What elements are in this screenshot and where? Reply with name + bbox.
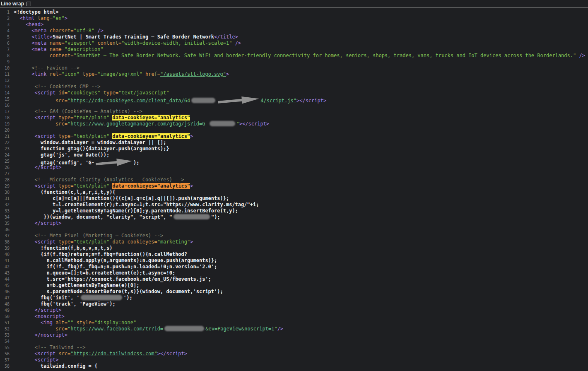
- source-line: 55 <!-- Tailwind -->: [0, 344, 588, 351]
- line-number: 44: [0, 276, 11, 282]
- token-link[interactable]: "/assets/stt-logo.svg": [160, 71, 226, 77]
- redaction-blur: [210, 121, 235, 126]
- code-text: t=l.createElement(r);t.async=1;t.src="ht…: [14, 202, 259, 208]
- token-comment: <!-- Microsoft Clarity (Analytics – Cook…: [14, 177, 184, 183]
- code-text: </script>: [14, 164, 62, 171]
- code-text: <!-- CookieYes CMP -->: [14, 84, 101, 90]
- source-line: 34 })(window, document, "clarity", "scri…: [0, 214, 588, 220]
- token-link[interactable]: "https://cdn-cookieyes.com/client_data/6…: [67, 98, 190, 104]
- token-attr-value: "text/javascript": [118, 90, 169, 96]
- code-text: <title>SmartNet | Smart Trades Training …: [14, 34, 238, 40]
- source-line: 1<!doctype html>: [0, 9, 588, 15]
- source-line: 20: [0, 127, 588, 133]
- code-text: src="https://cdn-cookieyes.com/client_da…: [14, 96, 326, 102]
- token-plain: })(window, document, "clarity", "script"…: [14, 214, 172, 220]
- token-attr-name: href=: [142, 71, 160, 77]
- token-plain: y=l.getElementsByTagName(r)[0];y.parentN…: [14, 208, 238, 214]
- token-tag: <script: [14, 90, 58, 96]
- redaction-blur: [81, 295, 122, 300]
- token-plain: n.queue=[];t=b.createElement(e);t.async=…: [14, 270, 175, 276]
- token-link[interactable]: ": [236, 121, 239, 127]
- token-plain: t=l.createElement(r);t.async=1;t.src="ht…: [14, 202, 259, 207]
- search-match-highlight: data-cookieyes="analytics": [112, 133, 190, 139]
- token-attr-value: "description": [65, 46, 104, 52]
- token-plain: (function(c,l,a,r,i,t,y){: [14, 189, 116, 195]
- token-tag: >: [226, 71, 229, 77]
- code-text: if(!f._fbq)f._fbq=n;n.push=n;n.loaded=!0…: [14, 264, 217, 270]
- code-text: <!-- Microsoft Clarity (Analytics – Cook…: [14, 177, 184, 183]
- line-number: 11: [0, 71, 11, 77]
- token-tag: >: [65, 15, 67, 21]
- source-line: 21 <script type="text/plain" data-cookie…: [0, 133, 588, 140]
- source-line: 54: [0, 338, 588, 344]
- code-text: n.callMethod.apply(n,arguments):n.queue.…: [14, 258, 217, 264]
- code-text: <head>: [14, 22, 43, 28]
- line-wrap-checkbox[interactable]: [27, 2, 31, 6]
- line-number: 28: [0, 177, 11, 183]
- code-text: <!-- Tailwind -->: [14, 344, 85, 351]
- code-text: <script type="text/plain" data-cookieyes…: [14, 183, 193, 189]
- token-plain: tailwind.config = {: [14, 363, 97, 369]
- token-comment: <!-- CookieYes CMP -->: [14, 84, 101, 89]
- token-plain: <!doctype html>: [14, 9, 58, 15]
- source-line: 22 window.dataLayer = window.dataLayer |…: [0, 140, 588, 146]
- source-line: 5 <title>SmartNet | Smart Trades Trainin…: [0, 34, 588, 40]
- source-line: 30 (function(c,l,a,r,i,t,y){: [0, 189, 588, 195]
- source-line: 25 gtag('config', 'G-);: [0, 158, 588, 164]
- line-number: 15: [0, 96, 11, 102]
- token-plain: window.dataLayer = window.dataLayer || […: [14, 140, 166, 145]
- source-line: 28 <!-- Microsoft Clarity (Analytics – C…: [0, 177, 588, 183]
- token-tag: <script: [14, 133, 58, 139]
- token-tag: <script: [14, 115, 58, 120]
- source-line: 27: [0, 171, 588, 177]
- token-tag: <script>: [14, 357, 58, 363]
- code-text: <noscript>: [14, 313, 65, 320]
- line-number: 30: [0, 189, 11, 195]
- code-text: s=b.getElementsByTagName(e)[0];: [14, 282, 139, 289]
- token-attr-name: name=: [50, 46, 65, 52]
- code-text: t.src='https://connect.facebook.net/en_U…: [14, 276, 211, 282]
- token-link[interactable]: "https://www.googletagmanager.com/gtag/j…: [67, 121, 208, 127]
- code-text: <script>: [14, 357, 58, 363]
- token-comment: <!-- Favicon -->: [14, 65, 80, 71]
- code-text: <!-- Favicon -->: [14, 65, 80, 71]
- source-line: 3 <head>: [0, 22, 588, 28]
- token-plain: s=b.getElementsByTagName(e)[0];: [14, 282, 139, 288]
- line-wrap-label[interactable]: Line wrap: [1, 1, 24, 7]
- token-tag: ></script>: [239, 121, 269, 127]
- line-number: 50: [0, 313, 11, 320]
- token-tag: </title>: [214, 34, 238, 40]
- source-line: 49 </script>: [0, 307, 588, 313]
- token-tag: />: [576, 53, 585, 58]
- source-line: 14 <script id="cookieyes" type="text/jav…: [0, 90, 588, 96]
- token-plain: fbq('init', ': [14, 295, 80, 301]
- line-number: 26: [0, 164, 11, 171]
- token-tag: <meta: [14, 40, 50, 46]
- line-number: 19: [0, 121, 11, 127]
- line-number: 57: [0, 357, 11, 363]
- token-tag: ></script>: [296, 98, 326, 104]
- token-attr-value: "viewport": [65, 40, 94, 46]
- source-line: 7 <meta name="description": [0, 46, 588, 53]
- token-attr-value: "width=device-width, initial-scale=1": [121, 40, 232, 46]
- token-attr-value: "text/plain": [74, 183, 110, 189]
- token-plain: );: [133, 160, 139, 166]
- token-plain: ");: [211, 214, 220, 220]
- line-number: 25: [0, 158, 11, 164]
- source-line: 29 <script type="text/plain" data-cookie…: [0, 183, 588, 189]
- token-attr-name: id=: [58, 90, 67, 96]
- redaction-blur: [174, 214, 210, 219]
- line-number: 23: [0, 146, 11, 152]
- code-text: <!-- GA4 (CookieYes – Analytics) -->: [14, 108, 142, 115]
- token-link[interactable]: &ev=PageView&noscript=1": [205, 326, 277, 332]
- source-line: 2 <html lang="en">: [0, 15, 588, 22]
- token-link[interactable]: 4/script.js": [260, 98, 296, 104]
- code-text: <script type="text/plain" data-cookieyes…: [14, 133, 193, 140]
- source-line: 33 y=l.getElementsByTagName(r)[0];y.pare…: [0, 208, 588, 214]
- token-link[interactable]: "https://www.facebook.com/tr?id=: [67, 326, 163, 332]
- token-link[interactable]: "https://cdn.tailwindcss.com": [70, 351, 157, 357]
- source-line: 9: [0, 59, 588, 65]
- line-number: 32: [0, 202, 11, 208]
- code-text: src="https://www.facebook.com/tr?id=&ev=…: [14, 326, 283, 332]
- token-plain: s.parentNode.insertBefore(t,s)}(window, …: [14, 289, 223, 294]
